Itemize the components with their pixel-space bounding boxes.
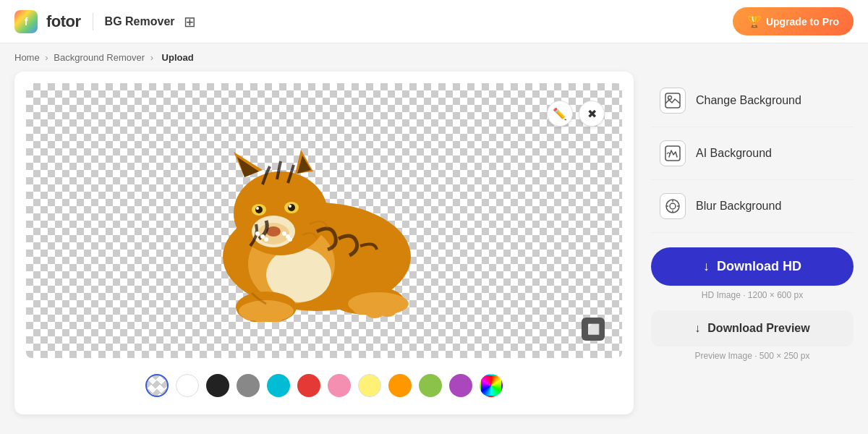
hd-info: HD Image · 868 × 434 px — [651, 290, 854, 300]
ai-bg-icon — [660, 140, 686, 166]
swatch-gray[interactable] — [237, 374, 260, 397]
svg-point-12 — [289, 205, 292, 208]
svg-point-10 — [288, 204, 295, 211]
change-bg-icon — [660, 88, 686, 114]
swatch-cyan[interactable] — [267, 374, 290, 397]
download-preview-button[interactable]: ↓ Download Preview — [651, 310, 854, 346]
svg-point-30 — [282, 231, 286, 236]
swatch-purple[interactable] — [449, 374, 472, 397]
download-preview-icon: ↓ — [694, 322, 700, 335]
fotor-logo-icon: f — [14, 10, 38, 33]
breadcrumb-sep1: › — [45, 52, 48, 63]
blur-bg-label: Blur Background — [696, 200, 781, 213]
svg-point-27 — [255, 231, 260, 236]
svg-point-37 — [670, 203, 676, 209]
color-swatches — [26, 368, 622, 403]
pencil-tool-button[interactable]: ✏️ — [547, 101, 573, 127]
download-hd-icon: ↓ — [703, 259, 710, 274]
breadcrumb-bg-remover[interactable]: Background Remover — [54, 52, 145, 63]
swatch-red[interactable] — [297, 374, 320, 397]
grid-icon[interactable]: ⊞ — [184, 13, 196, 30]
trophy-icon: 🏆 — [747, 14, 762, 28]
canvas-tools: ✏️ ✖ — [547, 101, 605, 127]
pencil-icon: ✏️ — [553, 107, 567, 121]
change-bg-label: Change Background — [696, 94, 801, 107]
tiger-svg — [172, 119, 476, 322]
breadcrumb-sep2: › — [150, 52, 153, 63]
swatch-yellow[interactable] — [358, 374, 381, 397]
tiger-image-container — [26, 83, 622, 358]
canvas-area: ✏️ ✖ ⬜ — [26, 83, 622, 358]
header-left: f fotor BG Remover ⊞ — [14, 10, 196, 33]
swatch-white[interactable] — [176, 374, 199, 397]
download-hd-button[interactable]: ↓ Download HD — [651, 247, 854, 286]
bg-remover-label: BG Remover — [105, 15, 175, 28]
download-preview-label: Download Preview — [707, 322, 809, 335]
svg-point-32 — [288, 237, 292, 242]
breadcrumb-home[interactable]: Home — [14, 52, 40, 63]
right-panel: Change Background AI Background — [651, 72, 854, 361]
canvas-wrapper: ✏️ ✖ ⬜ — [14, 72, 634, 414]
swatch-pink[interactable] — [328, 374, 351, 397]
upgrade-button[interactable]: 🏆 Upgrade to Pro — [733, 7, 854, 35]
main-content: ✏️ ✖ ⬜ — [0, 72, 868, 429]
svg-point-9 — [255, 206, 263, 213]
swatch-green[interactable] — [419, 374, 442, 397]
svg-point-28 — [260, 234, 265, 239]
header: f fotor BG Remover ⊞ 🏆 Upgrade to Pro — [0, 0, 868, 43]
swatch-black[interactable] — [206, 374, 229, 397]
fotor-logo-text: fotor — [46, 12, 81, 31]
svg-point-29 — [264, 237, 268, 242]
eraser-icon: ✖ — [587, 107, 597, 121]
change-background-option[interactable]: Change Background — [651, 75, 854, 127]
swatch-orange[interactable] — [388, 374, 412, 397]
download-section: ↓ Download HD HD Image · 868 × 434 px ↓… — [651, 247, 854, 361]
preview-info: Preview Image · 500 × 250 px — [651, 351, 854, 361]
blur-bg-icon — [660, 193, 686, 219]
swatch-rainbow[interactable] — [480, 374, 503, 397]
breadcrumb: Home › Background Remover › Upload — [0, 43, 868, 72]
svg-point-11 — [256, 207, 259, 210]
eraser-tool-button[interactable]: ✖ — [579, 101, 605, 127]
blur-background-option[interactable]: Blur Background — [651, 180, 854, 233]
svg-point-34 — [668, 96, 672, 100]
breadcrumb-current: Upload — [162, 52, 194, 63]
header-divider — [93, 13, 93, 30]
swatch-transparent[interactable] — [145, 374, 169, 397]
ai-background-option[interactable]: AI Background — [651, 127, 854, 180]
svg-point-26 — [379, 305, 396, 317]
ai-bg-label: AI Background — [696, 147, 772, 160]
upgrade-label: Upgrade to Pro — [766, 16, 839, 27]
download-hd-label: Download HD — [717, 259, 801, 274]
